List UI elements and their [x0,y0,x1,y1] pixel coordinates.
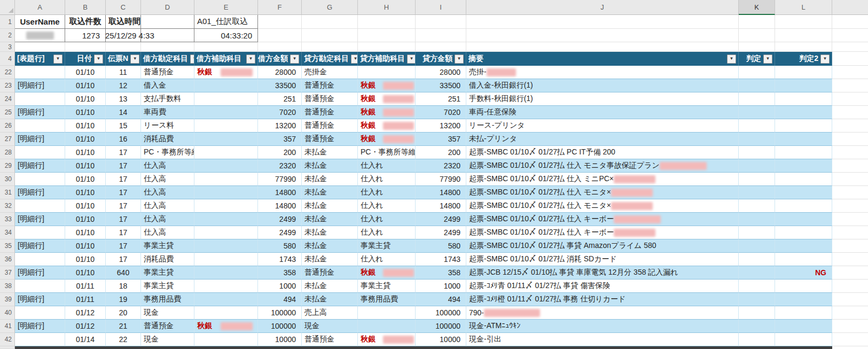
cell-I39[interactable]: 494 [416,293,466,306]
column-filter-header-D[interactable]: 借方勘定科目▼ [141,52,194,66]
cell-H39[interactable]: 事務用品費 [358,293,416,306]
column-header-L[interactable]: L [775,0,832,15]
cell-F39[interactable]: 494 [258,293,302,306]
cell-J42[interactable]: 現金-引出 [466,333,739,346]
cell-G32[interactable]: 未払金 [302,199,358,213]
cell-B26[interactable]: 01/10 [65,119,106,133]
cell-F42[interactable]: 10000 [258,333,302,346]
cell-G22[interactable]: 売掛金 [302,66,358,79]
cell-A40[interactable] [15,306,65,320]
cell-C31[interactable]: 17 [106,186,141,199]
cell-A24[interactable] [15,92,65,106]
filter-button-G[interactable]: ▼ [351,55,358,64]
cell-C39[interactable]: 19 [106,293,141,306]
filter-button-B[interactable]: ▼ [94,55,103,64]
cell-C3[interactable] [106,42,141,52]
cell-J2[interactable] [466,29,739,42]
cell-L32[interactable] [775,199,832,213]
cell-filler-33[interactable] [832,213,868,226]
row-header-33[interactable]: 33 [0,213,15,226]
cell-A36[interactable] [15,253,65,266]
cell-L39[interactable] [775,293,832,306]
cell-E2[interactable]: 04:33:20 [194,29,258,42]
cell-F2[interactable] [258,29,302,42]
cell-I24[interactable]: 251 [416,92,466,106]
row-header-31[interactable]: 31 [0,186,15,199]
cell-F26[interactable]: 13200 [258,119,302,133]
cell-B2[interactable]: 1273 [65,29,106,42]
cell-K37[interactable] [739,266,775,280]
cell-J23[interactable]: 借入金-秋田銀行(1) [466,79,739,92]
cell-B30[interactable]: 01/10 [65,173,106,186]
cell-H2[interactable] [358,29,416,42]
cell-J26[interactable]: リース-プリンタ [466,119,739,133]
cell-C30[interactable]: 17 [106,173,141,186]
cell-I23[interactable]: 33500 [416,79,466,92]
cell-G31[interactable]: 未払金 [302,186,358,199]
row-header-26[interactable]: 26 [0,119,15,133]
cell-E30[interactable] [194,173,258,186]
cell-K35[interactable] [739,239,775,253]
cell-L35[interactable] [775,239,832,253]
cell-D35[interactable]: 事業主貸 [141,239,194,253]
cell-D31[interactable]: 仕入高 [141,186,194,199]
row-header-1[interactable]: 1 [0,15,15,29]
cell-I33[interactable]: 2499 [416,213,466,226]
cell-L38[interactable] [775,280,832,293]
column-header-I[interactable]: I [416,0,466,15]
column-header-K[interactable]: K [739,0,775,15]
row-header-22[interactable]: 22 [0,66,15,79]
cell-H22[interactable] [358,66,416,79]
cell-E28[interactable] [194,146,258,159]
cell-I36[interactable]: 1743 [416,253,466,266]
cell-A1[interactable]: UserName [15,15,65,29]
cell-filler-2[interactable] [832,29,868,42]
cell-I34[interactable]: 2499 [416,226,466,239]
cell-F38[interactable]: 1000 [258,280,302,293]
row-header-2[interactable]: 2 [0,29,15,42]
column-header-H[interactable]: H [358,0,416,15]
row-header-29[interactable]: 29 [0,159,15,173]
cell-filler-29[interactable] [832,159,868,173]
cell-L1[interactable] [775,15,832,29]
cell-J27[interactable]: 未払-プリンタ [466,133,739,146]
cell-A3[interactable] [15,42,65,52]
cell-B32[interactable]: 01/10 [65,199,106,213]
cell-J38[interactable]: 起票-ｺﾒﾘ青 01/11〆 01/27払 事貸 傷害保険 [466,280,739,293]
cell-C22[interactable]: 11 [106,66,141,79]
cell-I2[interactable] [416,29,466,42]
filter-button-J[interactable]: ▼ [727,55,736,64]
cell-E1[interactable]: A01_仕訳取込 [194,15,258,29]
cell-D25[interactable]: 車両費 [141,106,194,119]
cell-J31[interactable]: 起票-SMBC 01/10〆 01/27払 仕入 モニタ× [466,186,739,199]
cell-L27[interactable] [775,133,832,146]
cell-J3[interactable] [466,42,739,52]
cell-E22[interactable]: 秋銀 [194,66,258,79]
row-header-24[interactable]: 24 [0,92,15,106]
cell-L25[interactable] [775,106,832,119]
cell-K40[interactable] [739,306,775,320]
column-header-E[interactable]: E [194,0,258,15]
column-filter-header-J[interactable]: 摘要▼ [466,52,739,66]
cell-B25[interactable]: 01/10 [65,106,106,119]
cell-E31[interactable] [194,186,258,199]
row-header-35[interactable]: 35 [0,239,15,253]
cell-C28[interactable]: 17 [106,146,141,159]
cell-A27[interactable]: [明細行] [15,133,65,146]
cell-filler-3[interactable] [832,42,868,52]
cell-G41[interactable]: 現金 [302,320,358,333]
cell-K29[interactable] [739,159,775,173]
cell-filler-38[interactable] [832,280,868,293]
cell-B27[interactable]: 01/10 [65,133,106,146]
cell-C33[interactable]: 17 [106,213,141,226]
cell-L24[interactable] [775,92,832,106]
cell-E34[interactable] [194,226,258,239]
row-header-40[interactable]: 40 [0,306,15,320]
cell-I27[interactable]: 357 [416,133,466,146]
cell-H41[interactable] [358,320,416,333]
cell-I40[interactable]: 100000 [416,306,466,320]
cell-F25[interactable]: 7020 [258,106,302,119]
cell-F33[interactable]: 2499 [258,213,302,226]
cell-K42[interactable] [739,333,775,346]
cell-B28[interactable]: 01/10 [65,146,106,159]
